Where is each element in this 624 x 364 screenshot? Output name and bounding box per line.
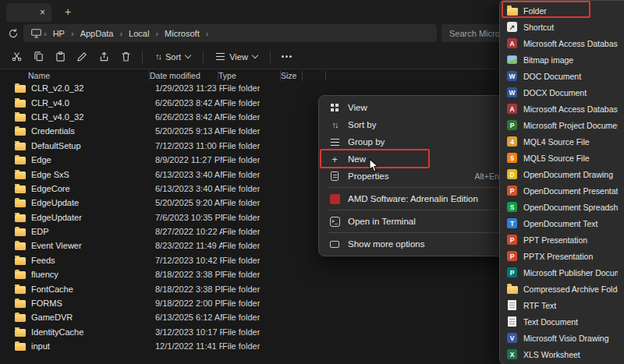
sort-dropdown[interactable]: ↑↓ Sort	[149, 48, 197, 66]
submenu-item-opendocument-spreadsheet[interactable]: SOpenDocument Spreadsheet	[502, 199, 622, 215]
column-headers: NameDate modifiedTypeSize	[0, 69, 499, 82]
context-menu-item-show-more-options[interactable]: Show more options	[322, 235, 515, 253]
xls-icon: X	[506, 349, 518, 359]
file-name-cell: input	[14, 341, 155, 351]
submenu-item-pptx-presentation[interactable]: PPPTX Presentation	[502, 248, 622, 264]
file-date-modified: 8/18/2022 3:38 PM	[155, 284, 222, 294]
folder-icon	[14, 155, 27, 164]
submenu-item-compressed-archive-folder[interactable]: Compressed Archive Folder	[502, 281, 622, 297]
submenu-item-microsoft-project-document[interactable]: PMicrosoft Project Document	[502, 117, 622, 133]
file-row[interactable]: input12/1/2022 11:41 PMFile folder	[0, 339, 499, 353]
file-name-cell: Feeds	[14, 256, 155, 265]
file-date-modified: 8/9/2022 11:27 PM	[155, 155, 222, 164]
submenu-item-opendocument-text[interactable]: TOpenDocument Text	[502, 215, 622, 231]
folder-icon	[14, 227, 27, 236]
sort-icon: ↑↓	[155, 52, 161, 61]
file-row[interactable]: IdentityCache3/12/2023 10:17 PMFile fold…	[0, 325, 499, 339]
text-icon	[506, 316, 518, 327]
file-name-cell: Edge	[14, 155, 155, 164]
file-name-cell: CLR_v4.0	[14, 98, 155, 108]
access-icon: A	[506, 104, 518, 114]
folder-icon	[14, 313, 27, 322]
submenu-item-mql5-source-file[interactable]: 5MQL5 Source File	[502, 150, 622, 166]
file-row[interactable]: FontCache8/18/2022 3:38 PMFile folder	[0, 281, 499, 295]
column-header-label: Name	[28, 71, 50, 80]
submenu-item-bitmap-image[interactable]: Bitmap image	[502, 51, 622, 68]
submenu-item-doc-document[interactable]: WDOC Document	[502, 68, 622, 84]
submenu-item-label: Microsoft Project Document	[523, 121, 618, 130]
column-header-size[interactable]: Size	[281, 71, 303, 81]
tab-close-icon[interactable]: ×	[40, 8, 45, 17]
submenu-item-label: OpenDocument Presentation	[523, 186, 618, 196]
new-tab-button[interactable]: +	[61, 5, 75, 19]
file-name-cell: FontCache	[14, 284, 155, 294]
see-more-button[interactable]	[277, 48, 297, 66]
breadcrumb-item-local[interactable]: Local	[124, 29, 154, 38]
delete-button[interactable]	[115, 48, 136, 66]
column-header-name[interactable]: Name	[28, 71, 150, 81]
folder-icon	[14, 341, 27, 351]
breadcrumb-item-appdata[interactable]: AppData	[76, 29, 119, 38]
rename-button[interactable]	[72, 48, 92, 66]
new-submenu: Folder↗ShortcutAMicrosoft Access Databas…	[499, 0, 624, 364]
submenu-item-shortcut[interactable]: ↗Shortcut	[502, 19, 622, 35]
submenu-item-text-document[interactable]: Text Document	[502, 313, 622, 330]
menu-item-label: Show more options	[348, 239, 509, 249]
menu-item-label: Sort by	[348, 120, 497, 129]
view-dropdown[interactable]: View	[210, 48, 264, 66]
menu-separator	[328, 187, 509, 188]
context-menu-item-amd-software-adrenalin-edition[interactable]: AMD Software: Adrenalin Edition	[322, 190, 515, 207]
amd-icon	[328, 194, 341, 204]
paste-button[interactable]	[50, 48, 70, 66]
submenu-item-opendocument-drawing[interactable]: DOpenDocument Drawing	[502, 166, 622, 182]
file-type: File folder	[222, 284, 260, 294]
cut-button[interactable]	[6, 48, 27, 66]
submenu-item-rtf-text[interactable]: RTF Text	[502, 297, 622, 313]
submenu-item-microsoft-access-database[interactable]: AMicrosoft Access Database	[502, 101, 622, 117]
submenu-item-label: PPT Presentation	[523, 235, 618, 245]
submenu-item-docx-document[interactable]: WDOCX Document	[502, 84, 622, 101]
submenu-item-microsoft-access-database[interactable]: AMicrosoft Access Database	[502, 35, 622, 51]
file-name-cell: EDP	[14, 227, 155, 236]
file-name-cell: IdentityCache	[14, 327, 155, 337]
submenu-item-label: RTF Text	[523, 301, 618, 310]
file-type: File folder	[222, 126, 260, 136]
share-button[interactable]	[94, 48, 114, 66]
submenu-item-microsoft-visio-drawing[interactable]: VMicrosoft Visio Drawing	[502, 330, 622, 346]
submenu-item-ppt-presentation[interactable]: PPPT Presentation	[502, 231, 622, 248]
file-name: fluency	[31, 270, 58, 279]
breadcrumb-item-hp[interactable]: HP	[48, 29, 69, 38]
chevron-down-icon	[252, 52, 258, 58]
file-name: FontCache	[31, 284, 73, 294]
file-row[interactable]: CLR_v2.0_321/29/2023 11:23 PMFile folder	[0, 81, 499, 95]
pptx-icon: P	[506, 251, 518, 261]
refresh-button[interactable]	[5, 26, 22, 41]
file-row[interactable]: GameDVR6/13/2025 6:12 AMFile folder	[0, 310, 499, 324]
submenu-item-opendocument-presentation[interactable]: POpenDocument Presentation	[502, 182, 622, 199]
folder-icon	[14, 241, 27, 250]
context-menu-item-view[interactable]: View	[322, 99, 515, 116]
submenu-item-microsoft-publisher-document[interactable]: PMicrosoft Publisher Document	[502, 264, 622, 281]
submenu-item-label: MQL4 Source File	[523, 137, 618, 147]
group-by-icon	[328, 139, 341, 146]
submenu-item-label: Text Document	[523, 317, 618, 327]
submenu-item-mql4-source-file[interactable]: 4MQL4 Source File	[502, 133, 622, 150]
address-bar[interactable]: ›HP›AppData›Local›Microsoft›	[23, 24, 437, 42]
explorer-tab[interactable]: ×	[6, 3, 51, 22]
context-menu-item-group-by[interactable]: Group by	[322, 133, 515, 150]
file-date-modified: 7/12/2023 11:00 PM	[155, 141, 222, 150]
copy-button[interactable]	[28, 48, 48, 66]
file-date-modified: 8/27/2022 10:22 AM	[155, 227, 222, 236]
context-menu-item-sort-by[interactable]: ↑↓Sort by	[322, 116, 515, 133]
submenu-item-xls-worksheet[interactable]: XXLS Worksheet	[502, 346, 622, 362]
file-name: Edge	[31, 155, 51, 164]
context-menu-item-properties[interactable]: PropertiesAlt+Enter	[322, 168, 515, 185]
context-menu-item-open-in-terminal[interactable]: >_Open in Terminal	[322, 213, 515, 230]
file-row[interactable]: FORMS9/18/2022 2:00 PMFile folder	[0, 296, 499, 310]
column-header-date-modified[interactable]: Date modified	[150, 71, 218, 81]
file-date-modified: 7/12/2023 10:42 PM	[155, 256, 222, 265]
breadcrumb-item-microsoft[interactable]: Microsoft	[160, 29, 204, 38]
column-header-type[interactable]: Type	[218, 71, 281, 81]
file-row[interactable]: fluency8/18/2022 3:38 PMFile folder	[0, 267, 499, 281]
column-header-label: Date modified	[150, 71, 200, 80]
